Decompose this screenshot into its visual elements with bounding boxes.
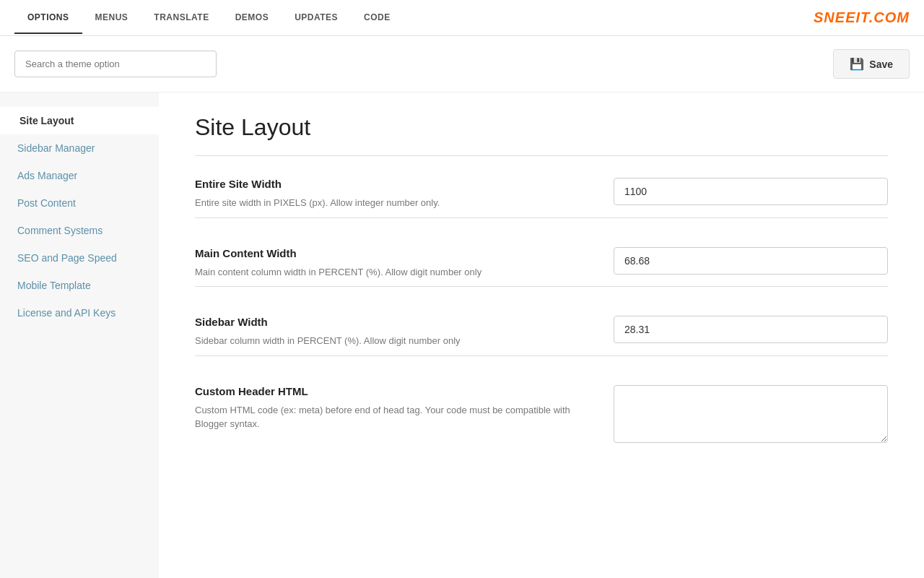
field-info-entire-site-width: Entire Site Width Entire site width in P… — [195, 178, 585, 210]
sidebar-item-post-content[interactable]: Post Content — [0, 189, 159, 217]
field-desc-custom-header-html: Custom HTML code (ex: meta) before end o… — [195, 403, 585, 431]
main-layout: Site Layout Sidebar Manager Ads Manager … — [0, 92, 924, 578]
field-custom-header-html: Custom Header HTML Custom HTML code (ex:… — [195, 385, 888, 445]
field-input-wrap-main-content-width — [614, 247, 888, 275]
field-info-custom-header-html: Custom Header HTML Custom HTML code (ex:… — [195, 385, 585, 431]
custom-header-html-textarea[interactable] — [614, 385, 888, 443]
field-label-entire-site-width: Entire Site Width — [195, 178, 585, 190]
nav-options[interactable]: OPTIONS — [14, 2, 82, 34]
nav-code[interactable]: CODE — [351, 2, 404, 34]
save-icon: 💾 — [850, 57, 864, 71]
nav-translate[interactable]: TRANSLATE — [141, 2, 222, 34]
save-button[interactable]: 💾 Save — [833, 49, 910, 79]
field-desc-entire-site-width: Entire site width in PIXELS (px). Allow … — [195, 196, 585, 210]
sidebar-item-sidebar-manager[interactable]: Sidebar Manager — [0, 134, 159, 162]
nav-links: OPTIONS MENUS TRANSLATE DEMOS UPDATES CO… — [14, 2, 404, 34]
section-divider-1 — [195, 217, 888, 218]
sidebar-item-comment-systems[interactable]: Comment Systems — [0, 217, 159, 244]
page-title: Site Layout — [195, 114, 888, 141]
field-entire-site-width: Entire Site Width Entire site width in P… — [195, 178, 888, 218]
main-content-width-input[interactable] — [614, 247, 888, 275]
field-info-main-content-width: Main Content Width Main content column w… — [195, 247, 585, 280]
field-label-sidebar-width: Sidebar Width — [195, 316, 585, 328]
section-divider-2 — [195, 286, 888, 287]
sidebar-width-input[interactable] — [614, 316, 888, 343]
content-area: Site Layout Entire Site Width Entire sit… — [159, 92, 924, 578]
sidebar-item-ads-manager[interactable]: Ads Manager — [0, 162, 159, 189]
sidebar-item-site-layout[interactable]: Site Layout — [0, 107, 159, 134]
field-main-content-width: Main Content Width Main content column w… — [195, 247, 888, 288]
entire-site-width-input[interactable] — [614, 178, 888, 205]
field-input-wrap-sidebar-width — [614, 316, 888, 343]
save-label: Save — [869, 59, 893, 70]
field-info-sidebar-width: Sidebar Width Sidebar column width in PE… — [195, 316, 585, 348]
sidebar-item-license-api-keys[interactable]: License and API Keys — [0, 299, 159, 327]
section-divider-top — [195, 155, 888, 156]
field-input-wrap-entire-site-width — [614, 178, 888, 205]
sidebar-item-mobile-template[interactable]: Mobile Template — [0, 272, 159, 299]
search-input[interactable] — [14, 51, 217, 77]
field-label-custom-header-html: Custom Header HTML — [195, 385, 585, 397]
nav-demos[interactable]: DEMOS — [222, 2, 282, 34]
search-bar-area: 💾 Save — [0, 36, 924, 92]
field-desc-sidebar-width: Sidebar column width in PERCENT (%). All… — [195, 334, 585, 348]
section-divider-3 — [195, 355, 888, 356]
field-desc-main-content-width: Main content column width in PERCENT (%)… — [195, 265, 585, 280]
field-label-main-content-width: Main Content Width — [195, 247, 585, 259]
sidebar-item-seo-page-speed[interactable]: SEO and Page Speed — [0, 244, 159, 272]
sidebar: Site Layout Sidebar Manager Ads Manager … — [0, 92, 159, 578]
brand-logo: SNEEIT.COM — [814, 9, 910, 26]
nav-updates[interactable]: UPDATES — [282, 2, 351, 34]
nav-menus[interactable]: MENUS — [82, 2, 141, 34]
top-navigation: OPTIONS MENUS TRANSLATE DEMOS UPDATES CO… — [0, 0, 924, 36]
field-input-wrap-custom-header-html — [614, 385, 888, 445]
field-sidebar-width: Sidebar Width Sidebar column width in PE… — [195, 316, 888, 356]
